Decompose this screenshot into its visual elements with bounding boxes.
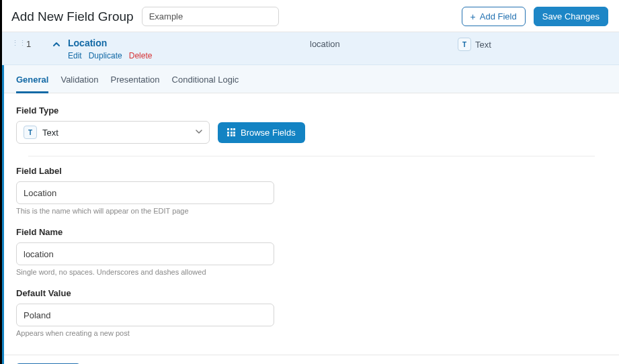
row-action-edit[interactable]: Edit <box>68 51 82 60</box>
row-title[interactable]: Location <box>68 38 310 48</box>
text-type-icon: T <box>458 38 471 51</box>
tab-general[interactable]: General <box>16 72 48 93</box>
panel-footer: Close Field <box>4 355 619 364</box>
page-title: Add New Field Group <box>11 9 134 24</box>
row-type-label: Text <box>475 40 491 50</box>
text-type-icon: T <box>24 126 37 139</box>
field-name-input[interactable] <box>16 242 274 265</box>
tab-validation[interactable]: Validation <box>60 72 98 93</box>
field-type-label: Field Type <box>16 105 607 116</box>
field-type-row: T Text Browse Fields <box>16 121 607 144</box>
row-field-key: location <box>310 38 458 49</box>
row-action-duplicate[interactable]: Duplicate <box>89 51 122 60</box>
page-header: Add New Field Group + Add Field Save Cha… <box>2 0 619 32</box>
row-main: Location Edit Duplicate Delete <box>68 38 310 60</box>
default-value-label: Default Value <box>16 288 607 298</box>
row-actions: Edit Duplicate Delete <box>68 51 310 60</box>
field-settings-panel: General Validation Presentation Conditio… <box>2 65 619 364</box>
collapse-toggle[interactable] <box>45 38 68 48</box>
save-changes-button[interactable]: Save Changes <box>534 7 608 26</box>
add-field-label: Add Field <box>480 11 517 21</box>
add-field-button[interactable]: + Add Field <box>462 7 526 26</box>
settings-tabs: General Validation Presentation Conditio… <box>4 65 619 93</box>
divider <box>28 156 595 156</box>
field-type-value: Text <box>42 128 58 138</box>
chevron-up-icon <box>52 40 60 48</box>
group-name-input[interactable] <box>142 7 279 26</box>
field-label-help: This is the name which will appear on th… <box>16 207 607 215</box>
setting-field-type: Field Type T Text Browse Fields <box>16 105 607 144</box>
setting-default-value: Default Value Appears when creating a ne… <box>16 288 607 337</box>
default-value-help: Appears when creating a new post <box>16 329 607 337</box>
field-label-label: Field Label <box>16 166 607 176</box>
field-label-input[interactable] <box>16 181 274 204</box>
browse-fields-button[interactable]: Browse Fields <box>218 122 305 143</box>
browse-fields-label: Browse Fields <box>241 128 296 138</box>
settings-body: Field Type T Text Browse Fields <box>4 93 619 355</box>
save-label: Save Changes <box>542 11 600 21</box>
row-action-delete[interactable]: Delete <box>129 51 153 60</box>
row-index: 1 <box>26 38 45 49</box>
tab-conditional[interactable]: Conditional Logic <box>172 72 239 93</box>
field-name-help: Single word, no spaces. Underscores and … <box>16 268 607 276</box>
field-type-select[interactable]: T Text <box>16 121 210 144</box>
field-name-label: Field Name <box>16 227 607 237</box>
setting-field-name: Field Name Single word, no spaces. Under… <box>16 227 607 276</box>
plus-icon: + <box>470 12 476 21</box>
setting-field-label: Field Label This is the name which will … <box>16 166 607 215</box>
chevron-down-icon <box>196 128 202 136</box>
field-row[interactable]: ⋮⋮ 1 Location Edit Duplicate Delete loca… <box>2 32 619 65</box>
drag-handle-icon[interactable]: ⋮⋮ <box>11 38 26 47</box>
default-value-input[interactable] <box>16 304 274 326</box>
tab-presentation[interactable]: Presentation <box>111 72 160 93</box>
page-root: Add New Field Group + Add Field Save Cha… <box>0 0 619 364</box>
row-field-type: T Text <box>458 38 608 51</box>
grid-icon <box>227 128 235 136</box>
